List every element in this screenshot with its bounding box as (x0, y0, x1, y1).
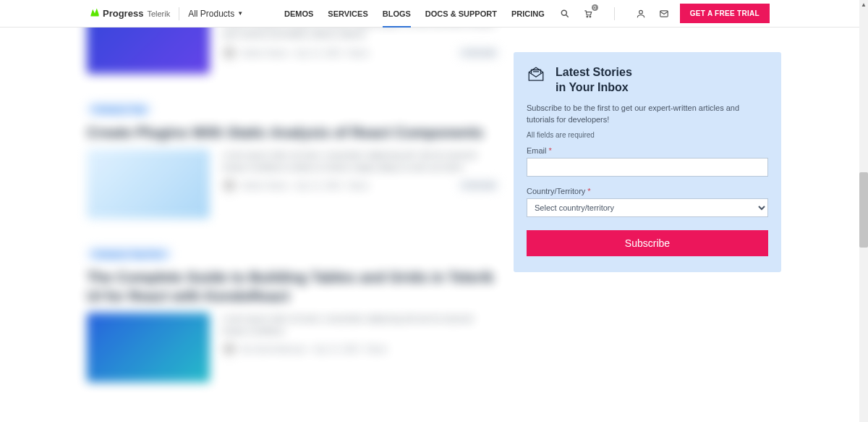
article-excerpt: Lorem ipsum dolor sit amet, consectetur … (223, 149, 499, 173)
logo-mark-icon (90, 7, 100, 20)
cart-badge: 0 (592, 4, 598, 11)
newsletter-desc: Subscribe to be the first to get our exp… (527, 103, 768, 126)
nav-demos[interactable]: DEMOS (284, 1, 313, 27)
newsletter-box: Latest Stories in Your Inbox Subscribe t… (514, 52, 781, 272)
author-name: Author Name (242, 181, 289, 190)
author-avatar-icon (223, 342, 236, 355)
country-select[interactable]: Select country/territory (527, 198, 768, 217)
newsletter-title: Latest Stories in Your Inbox (556, 65, 632, 96)
nav-docs-support[interactable]: DOCS & SUPPORT (425, 1, 497, 27)
logo-progress-text: Progress (103, 8, 143, 19)
nav-pricing[interactable]: PRICING (511, 1, 545, 27)
page-body: Lorem ipsum dolor sit amet, consectetur … (87, 0, 781, 382)
svg-point-3 (590, 16, 591, 17)
article-date: July 12, 2023 (312, 345, 359, 353)
share-link[interactable]: Share (365, 345, 386, 353)
subscribe-button[interactable]: Subscribe (527, 230, 768, 256)
article-date: July 12, 2023 (294, 181, 341, 190)
author-name: By David Adeneye (242, 345, 307, 353)
article-date: July 12, 2023 (294, 48, 341, 57)
logo-telerik-text: Telerik (147, 9, 170, 18)
envelope-icon (527, 65, 545, 87)
article-meta: Author Name July 12, 2023 Share 5 min re… (223, 46, 499, 59)
sidebar: Latest Stories in Your Inbox Subscribe t… (514, 28, 781, 382)
nav-links: DEMOS SERVICES BLOGS DOCS & SUPPORT PRIC… (284, 1, 545, 27)
article-thumb[interactable] (87, 149, 210, 219)
nav-blogs[interactable]: BLOGS (383, 1, 411, 27)
share-link[interactable]: Share (347, 181, 368, 190)
share-link[interactable]: Share (347, 48, 368, 57)
article-card: Category Tag Here The Complete Guide to … (87, 248, 499, 382)
article-list: Lorem ipsum dolor sit amet, consectetur … (87, 28, 499, 382)
article-tag[interactable]: Category Tag (87, 103, 151, 116)
svg-line-1 (566, 14, 568, 17)
caret-down-icon: ▼ (237, 10, 243, 17)
scrollbar-track[interactable]: ▲ (859, 0, 868, 422)
cart-icon[interactable]: 0 (582, 8, 594, 20)
article-meta: By David Adeneye July 12, 2023 Share (223, 342, 499, 355)
header-inner: Progress Telerik All Products ▼ DEMOS SE… (82, 1, 777, 27)
article-thumb[interactable] (87, 313, 210, 382)
all-products-dropdown[interactable]: All Products ▼ (188, 9, 243, 19)
email-field[interactable] (527, 158, 768, 177)
article-card: Category Tag Create Plugins With Static … (87, 103, 499, 219)
author-avatar-icon (223, 46, 236, 59)
article-title[interactable]: The Complete Guide to Building Tables an… (87, 268, 499, 305)
divider (614, 7, 615, 20)
header-icons: 0 (559, 7, 670, 20)
article-excerpt: Lorem ipsum dolor sit amet, consectetur … (223, 313, 499, 337)
author-avatar-icon (223, 179, 236, 192)
nav-services[interactable]: SERVICES (328, 1, 367, 27)
article-tag[interactable]: Category Tag Here (87, 248, 171, 261)
free-trial-button[interactable]: GET A FREE TRIAL (680, 4, 770, 23)
required-note: All fields are required (527, 131, 768, 139)
svg-point-4 (639, 10, 642, 14)
svg-point-2 (587, 16, 588, 17)
all-products-label: All Products (188, 9, 234, 19)
account-icon[interactable] (635, 8, 647, 20)
contact-icon[interactable] (658, 8, 670, 20)
email-label: Email * (527, 146, 768, 155)
scroll-up-icon[interactable]: ▲ (859, 0, 868, 9)
country-label: Country/Territory * (527, 187, 768, 195)
article-title[interactable]: Create Plugins With Static Analysis of R… (87, 123, 499, 142)
divider (179, 7, 179, 20)
search-icon[interactable] (559, 8, 571, 20)
scrollbar-thumb[interactable] (859, 172, 868, 248)
logo[interactable]: Progress Telerik (90, 7, 170, 20)
top-header: Progress Telerik All Products ▼ DEMOS SE… (0, 0, 859, 28)
read-time: 5 min read (458, 48, 499, 58)
author-name: Author Name (242, 48, 289, 57)
svg-point-0 (561, 10, 566, 15)
article-meta: Author Name July 12, 2023 Share 6 min re… (223, 179, 499, 192)
read-time: 6 min read (458, 180, 499, 190)
